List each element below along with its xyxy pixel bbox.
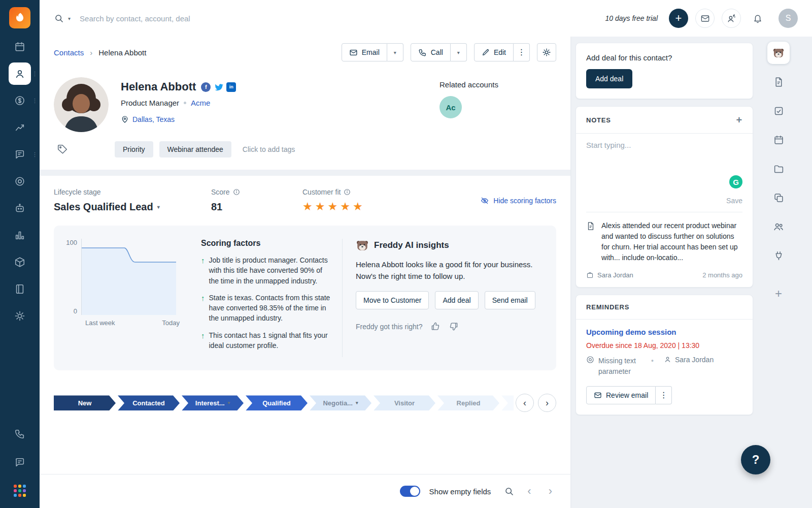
contact-photo	[54, 77, 109, 132]
primary-nav: ⋮ ⋮ ⋮	[9, 36, 31, 327]
note-list-item[interactable]: Alexis attended our recent product webin…	[586, 212, 742, 265]
thumbs-down-icon[interactable]	[449, 322, 458, 331]
move-to-customer-button[interactable]: Move to Customer	[356, 291, 429, 309]
email-action-button[interactable]: Email	[342, 43, 387, 61]
pipeline-prev-button[interactable]: ‹	[516, 394, 534, 412]
stage-replied[interactable]: Replied	[437, 395, 499, 410]
tag-pill[interactable]: Webinar attendee	[159, 141, 231, 157]
twitter-icon[interactable]	[214, 82, 223, 92]
add-widget-icon[interactable]: +	[775, 287, 782, 301]
note-icon	[586, 221, 595, 231]
help-button[interactable]: ?	[741, 445, 770, 474]
stage-new[interactable]: New	[54, 395, 116, 410]
phone-icon	[418, 48, 427, 57]
info-icon[interactable]	[233, 188, 240, 196]
call-action-button[interactable]: Call	[411, 43, 451, 61]
rail-freddy[interactable]	[767, 42, 790, 64]
next-section-button[interactable]: ›	[545, 486, 556, 497]
call-dropdown-caret[interactable]: ▾	[451, 43, 467, 61]
prev-section-button[interactable]: ‹	[523, 486, 535, 497]
rail-duplicates[interactable]	[767, 186, 790, 209]
review-email-button[interactable]: Review email	[586, 386, 656, 404]
note-editor[interactable]: Start typing... G	[586, 141, 742, 196]
record-settings-button[interactable]	[537, 43, 556, 61]
nav-contacts[interactable]: ⋮	[9, 62, 31, 85]
contact-location[interactable]: Dallas, Texas	[132, 115, 175, 123]
notifications-button[interactable]	[748, 9, 767, 28]
info-icon[interactable]	[344, 188, 351, 196]
add-deal-button[interactable]: Add deal	[586, 69, 632, 88]
rail-integrations[interactable]	[767, 244, 790, 267]
edit-button[interactable]: Edit	[474, 43, 514, 61]
note-text: Alexis attended our recent product webin…	[601, 220, 742, 263]
pencil-icon	[482, 48, 490, 56]
score-value: 81	[211, 201, 272, 213]
nav-app-switcher[interactable]	[9, 480, 31, 502]
show-empty-fields-toggle[interactable]	[400, 486, 420, 497]
nav-products[interactable]	[9, 251, 31, 273]
thumbs-up-icon[interactable]	[431, 322, 441, 331]
lifecycle-stage-group: Lifecycle stage Sales Qualified Lead ▾	[54, 188, 181, 213]
email-button[interactable]	[695, 9, 715, 28]
nav-reports[interactable]	[9, 224, 31, 246]
people-icon	[773, 221, 784, 232]
send-email-button[interactable]: Send email	[485, 291, 535, 309]
global-add-button[interactable]: +	[669, 9, 688, 28]
nav-settings[interactable]	[9, 305, 31, 327]
nav-calendar[interactable]	[9, 36, 31, 58]
user-avatar[interactable]: S	[779, 9, 798, 28]
nav-contacts-menu-icon[interactable]: ⋮	[32, 71, 38, 77]
breadcrumb: Contacts › Helena Abbott	[54, 48, 146, 57]
rail-tasks[interactable]	[767, 100, 790, 122]
lifecycle-stage-dropdown[interactable]: Sales Qualified Lead ▾	[54, 201, 181, 213]
nav-phone[interactable]	[9, 423, 31, 445]
rail-files[interactable]	[767, 157, 790, 180]
save-note-button[interactable]: Save	[586, 196, 742, 212]
nav-deals-menu-icon[interactable]: ⋮	[32, 98, 38, 104]
nav-deals[interactable]: ⋮	[9, 89, 31, 112]
rail-meetings[interactable]	[767, 129, 790, 151]
more-actions-button[interactable]: ⋮	[514, 43, 530, 61]
copy-icon	[773, 193, 784, 203]
nav-analytics[interactable]	[9, 116, 31, 139]
stage-truncated[interactable]: S	[501, 395, 514, 410]
nav-library[interactable]	[9, 278, 31, 300]
stage-contacted[interactable]: Contacted	[118, 395, 180, 410]
company-link[interactable]: Acme	[191, 99, 210, 107]
calendar-icon	[14, 41, 25, 52]
facebook-icon[interactable]: f	[201, 82, 211, 92]
topbar: ▾ 10 days free trial + S	[40, 0, 812, 37]
email-dropdown-caret[interactable]: ▾	[387, 43, 403, 61]
record-toolbar: Contacts › Helena Abbott Email ▾ Call	[40, 37, 570, 68]
search-fields-icon[interactable]	[504, 486, 514, 496]
tag-pill[interactable]: Priority	[115, 141, 153, 157]
add-deal-button[interactable]: Add deal	[435, 291, 478, 309]
linkedin-icon[interactable]: in	[226, 82, 236, 92]
whats-new-button[interactable]	[722, 9, 741, 28]
rail-contacts[interactable]	[767, 215, 790, 238]
stage-negotiation[interactable]: Negotia...▾	[310, 395, 371, 410]
nav-conversations-menu-icon[interactable]: ⋮	[32, 152, 38, 157]
add-tag-hint[interactable]: Click to add tags	[243, 145, 295, 153]
reminder-more-button[interactable]: ⋮	[656, 386, 672, 404]
rail-notes[interactable]	[767, 71, 790, 93]
breadcrumb-contacts-link[interactable]: Contacts	[54, 48, 84, 57]
stage-visitor[interactable]: Visitor	[374, 395, 435, 410]
nav-conversations[interactable]: ⋮	[9, 143, 31, 166]
hide-scoring-factors-link[interactable]: Hide scoring factors	[480, 196, 556, 205]
search-input[interactable]	[80, 14, 601, 23]
add-note-icon[interactable]: +	[736, 115, 742, 125]
pipeline-next-button[interactable]: ›	[538, 394, 556, 412]
search-scope-caret-icon[interactable]: ▾	[68, 16, 71, 21]
nav-marketing[interactable]	[9, 170, 31, 193]
nav-help-chat[interactable]	[9, 451, 31, 473]
search-icon[interactable]	[54, 13, 64, 23]
related-account-avatar[interactable]: Ac	[439, 96, 462, 118]
stage-qualified[interactable]: Qualified	[246, 395, 308, 410]
nav-bots[interactable]	[9, 197, 31, 219]
stage-interested[interactable]: Interest...▾	[182, 395, 244, 410]
eye-off-icon	[480, 196, 489, 205]
reminder-title-link[interactable]: Upcoming demo session	[586, 328, 676, 336]
email-icon	[594, 391, 602, 399]
arrow-up-icon: ↑	[201, 330, 205, 351]
